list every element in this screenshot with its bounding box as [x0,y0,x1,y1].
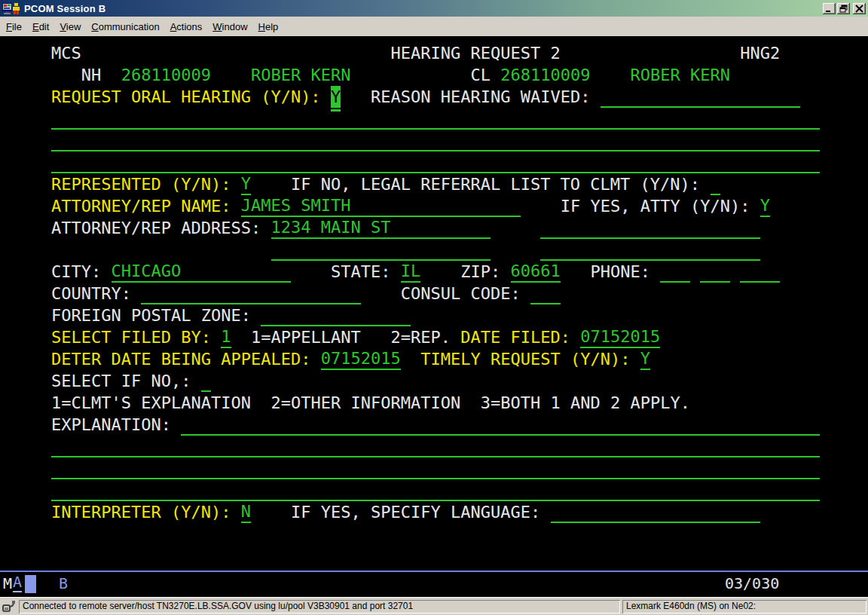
restore-button[interactable] [837,3,850,14]
menu-item-edit[interactable]: Edit [32,21,49,32]
terminal-row: 1=CLMT'S EXPLANATION2=OTHER INFORMATION3… [0,392,868,414]
terminal-text: ROBER KERN [251,64,350,86]
terminal-field[interactable]: 1234 MAIN ST [271,217,491,239]
connection-jack-icon [2,600,17,613]
terminal-field[interactable] [51,130,820,151]
terminal-field[interactable]: Y [640,348,650,370]
pcomm-window: PCOM Session B FileEditViewCommunicatio [0,0,868,615]
terminal-text: DETER DATE BEING APPEALED: [51,348,310,370]
menu-item-view[interactable]: View [60,21,81,32]
printer-status-panel: Lexmark E460dn (MS) on Ne02: [622,600,866,613]
connection-status-panel: Connected to remote server/host TN3270E.… [19,600,620,613]
terminal-row: SELECT IF NO,: [0,370,868,392]
terminal-field[interactable] [51,151,820,173]
oia-cursor-position: 03/030 [725,572,779,595]
minimize-button[interactable] [823,3,836,14]
terminal-row: REQUEST ORAL HEARING (Y/N):YREASON HEARI… [0,86,868,108]
terminal-text: SELECT IF NO,: [51,370,191,392]
terminal-text: NH [81,64,102,86]
terminal-row: COUNTRY: CONSUL CODE: [0,283,868,304]
close-icon [855,5,863,13]
terminal-field[interactable] [530,283,561,304]
terminal-text: ATTORNEY/REP NAME: [51,195,231,217]
terminal-field[interactable] [740,261,780,283]
terminal-field[interactable]: 07152015 [321,348,401,370]
terminal-row: SELECT FILED BY:11=APPELLANT2=REP.DATE F… [0,326,868,348]
terminal-text: INTERPRETER (Y/N): [51,501,231,523]
terminal-text: 268110009 [121,64,211,86]
menu-item-actions[interactable]: Actions [170,21,203,32]
terminal-field[interactable]: Y [760,195,770,217]
terminal-field[interactable]: 60661 [511,261,561,283]
status-bar: Connected to remote server/host TN3270E.… [0,597,868,615]
terminal-field[interactable]: IL [401,261,421,283]
terminal-field[interactable] [261,304,411,326]
terminal-field[interactable] [201,370,211,392]
terminal-field[interactable] [660,261,690,283]
terminal-text: MCS [51,42,81,64]
terminal-field[interactable] [551,501,760,523]
terminal-text: DATE FILED: [460,326,570,348]
terminal-field[interactable] [601,86,800,108]
terminal-field[interactable] [51,457,820,479]
terminal-field[interactable]: 1 [221,326,231,348]
terminal-field[interactable]: Y [331,86,341,108]
menu-item-communication[interactable]: Communication [91,21,159,32]
menu-item-file[interactable]: File [6,21,22,32]
terminal-row [0,436,868,457]
terminal-screen[interactable]: MCSHEARING REQUEST 2HNG2NH268110009ROBER… [0,36,868,571]
terminal-text: HEARING REQUEST 2 [391,42,561,64]
terminal-text: 1=CLMT'S EXPLANATION [51,392,251,414]
oia-session-letter: B [59,572,68,595]
window-title: PCOM Session B [24,3,105,14]
terminal-field[interactable] [540,239,760,261]
terminal-row: MCSHEARING REQUEST 2HNG2 [0,42,868,64]
terminal-text: TIMELY REQUEST (Y/N): [420,348,630,370]
terminal-row: DETER DATE BEING APPEALED:07152015TIMELY… [0,348,868,370]
terminal-row: ATTORNEY/REP ADDRESS:1234 MAIN ST [0,217,868,239]
terminal-field[interactable]: 07152015 [580,326,660,348]
terminal-field[interactable] [141,283,360,304]
terminal-row [0,108,868,130]
terminal-field[interactable]: N [241,501,251,523]
menu-item-window[interactable]: Window [212,21,247,32]
terminal-row [0,130,868,151]
terminal-field[interactable]: Y [241,173,251,195]
terminal-field[interactable] [51,436,820,457]
terminal-text: 2=REP. [391,326,451,348]
oia-system-indicator-m: M [3,572,12,595]
terminal-text: CITY: [51,261,101,283]
terminal-text: EXPLANATION: [51,414,171,436]
terminal-field[interactable] [700,261,730,283]
terminal-text: IF YES, ATTY (Y/N): [561,195,750,217]
oia-block-indicator [25,575,36,593]
terminal-text: FOREIGN POSTAL ZONE: [51,304,251,326]
terminal-text: REPRESENTED (Y/N): [51,173,231,195]
restore-icon [839,5,848,13]
terminal-field[interactable] [271,239,491,261]
terminal-field[interactable] [711,173,720,195]
terminal-text: ROBER KERN [631,64,730,86]
terminal-row: INTERPRETER (Y/N):NIF YES, SPECIFY LANGU… [0,501,868,523]
terminal-field[interactable]: JAMES SMITH [241,195,521,217]
menu-bar: FileEditViewCommunicationActionsWindowHe… [0,17,868,36]
close-button[interactable] [853,3,866,14]
minimize-icon [825,5,833,13]
terminal-row: EXPLANATION: [0,414,868,436]
menu-item-help[interactable]: Help [258,21,279,32]
title-bar: PCOM Session B [0,0,868,17]
terminal-text: PHONE: [591,261,650,283]
terminal-row: REPRESENTED (Y/N):YIF NO, LEGAL REFERRAL… [0,173,868,195]
terminal-field[interactable] [51,479,820,501]
terminal-field[interactable] [51,108,820,130]
terminal-row: CITY:CHICAGO STATE:ILZIP:60661PHONE: [0,261,868,283]
terminal-text: ZIP: [460,261,500,283]
terminal-row [0,457,868,479]
terminal-text: REASON HEARING WAIVED: [371,86,590,108]
terminal-row [0,151,868,173]
terminal-text: IF NO, LEGAL REFERRAL LIST TO CLMT (Y/N)… [291,173,700,195]
terminal-field[interactable]: CHICAGO [112,261,291,283]
terminal-text: HNG2 [740,42,780,64]
terminal-field[interactable] [540,217,760,239]
terminal-field[interactable] [181,414,820,436]
